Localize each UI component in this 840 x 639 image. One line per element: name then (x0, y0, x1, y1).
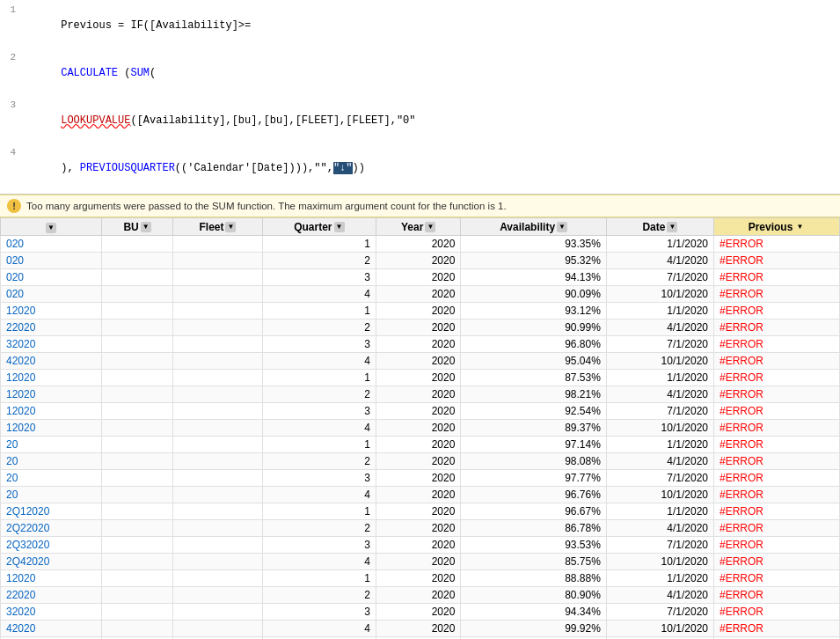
col-label-year: Year (401, 221, 423, 233)
cell-year: 2020 (376, 253, 461, 269)
col-header-quarter[interactable]: Quarter ▼ (262, 218, 376, 236)
cell-empty: 20 (1, 470, 102, 487)
cell-bu (101, 554, 173, 570)
cell-year: 2020 (376, 269, 461, 286)
filter-availability[interactable]: ▼ (557, 222, 567, 232)
cell-availability: 88.88% (461, 570, 606, 587)
cell-date: 10/1/2020 (606, 286, 713, 303)
filter-bu[interactable]: ▼ (141, 222, 151, 232)
cell-bu (101, 269, 173, 286)
filter-quarter[interactable]: ▼ (334, 222, 345, 232)
cell-bu (101, 621, 173, 637)
cell-date: 4/1/2020 (606, 253, 713, 269)
cell-availability: 90.99% (461, 320, 606, 336)
cell-empty: 020 (1, 236, 102, 253)
cell-fleet (173, 520, 262, 537)
cell-availability: 89.37% (461, 420, 606, 437)
cell-bu (101, 236, 173, 253)
table-row: 120201202093.12%1/1/2020#ERROR (1, 303, 840, 320)
cell-date: 1/1/2020 (606, 437, 713, 453)
cell-quarter: 1 (262, 437, 376, 453)
cell-date: 1/1/2020 (606, 370, 713, 386)
table-row: 120204202089.37%10/1/2020#ERROR (1, 420, 840, 437)
cell-bu (101, 320, 173, 336)
filter-fleet[interactable]: ▼ (225, 222, 236, 232)
cell-empty: 12020 (1, 370, 102, 386)
cell-quarter: 2 (262, 320, 376, 336)
cell-fleet (173, 604, 262, 621)
cell-empty: 12020 (1, 386, 102, 403)
code-editor[interactable]: 1 Previous = IF([Availability]>= 2 CALCU… (0, 0, 840, 195)
table-row: 420204202099.92%10/1/2020#ERROR (1, 621, 840, 637)
cell-date: 4/1/2020 (606, 320, 713, 336)
cell-empty: 22020 (1, 320, 102, 336)
col-header-bu[interactable]: BU ▼ (101, 218, 173, 236)
cell-date: 7/1/2020 (606, 470, 713, 487)
cell-bu (101, 386, 173, 403)
cell-year: 2020 (376, 470, 461, 487)
col-header-availability[interactable]: Availability ▼ (461, 218, 606, 236)
table-row: 2Q420204202085.75%10/1/2020#ERROR (1, 554, 840, 570)
cell-previous: #ERROR (713, 570, 839, 587)
cell-quarter: 4 (262, 286, 376, 303)
cell-previous: #ERROR (713, 453, 839, 470)
table-row: 203202097.77%7/1/2020#ERROR (1, 470, 840, 487)
cell-quarter: 2 (262, 520, 376, 537)
cell-quarter: 3 (262, 470, 376, 487)
cell-previous: #ERROR (713, 503, 839, 520)
cell-quarter: 4 (262, 621, 376, 637)
cell-date: 7/1/2020 (606, 604, 713, 621)
cell-bu (101, 370, 173, 386)
cell-previous: #ERROR (713, 236, 839, 253)
cell-availability: 96.80% (461, 336, 606, 353)
col-header-fleet[interactable]: Fleet ▼ (173, 218, 262, 236)
cell-previous: #ERROR (713, 336, 839, 353)
cell-bu (101, 570, 173, 587)
cell-availability: 97.77% (461, 470, 606, 487)
col-header-year[interactable]: Year ▼ (376, 218, 461, 236)
filter-date[interactable]: ▼ (667, 222, 677, 232)
cell-empty: 12020 (1, 403, 102, 420)
cell-previous: #ERROR (713, 403, 839, 420)
cell-empty: 32020 (1, 336, 102, 353)
cell-quarter: 4 (262, 554, 376, 570)
table-row: 320203202096.80%7/1/2020#ERROR (1, 336, 840, 353)
cell-fleet (173, 487, 262, 503)
col-label-bu: BU (123, 221, 138, 233)
cell-fleet (173, 403, 262, 420)
cell-availability: 93.53% (461, 537, 606, 554)
cell-year: 2020 (376, 503, 461, 520)
cell-previous: #ERROR (713, 554, 839, 570)
cell-empty: 20 (1, 437, 102, 453)
cell-year: 2020 (376, 487, 461, 503)
data-table: ▼ BU ▼ Fleet ▼ Quart (0, 217, 840, 639)
table-row: 204202096.76%10/1/2020#ERROR (1, 487, 840, 503)
cell-bu (101, 520, 173, 537)
code-content-2: CALCULATE (SUM( (23, 49, 156, 97)
cell-bu (101, 604, 173, 621)
col-header-date[interactable]: Date ▼ (606, 218, 713, 236)
cell-fleet (173, 537, 262, 554)
data-table-container[interactable]: ▼ BU ▼ Fleet ▼ Quart (0, 217, 840, 639)
table-row: 2Q320203202093.53%7/1/2020#ERROR (1, 537, 840, 554)
cell-quarter: 2 (262, 253, 376, 269)
code-content-3: LOOKUPVALUE([Availability],[bu],[bu],[FL… (23, 97, 416, 144)
col-header-previous[interactable]: Previous ▼ (713, 218, 839, 236)
cell-previous: #ERROR (713, 604, 839, 621)
cell-previous: #ERROR (713, 537, 839, 554)
cell-date: 4/1/2020 (606, 520, 713, 537)
cell-date: 7/1/2020 (606, 537, 713, 554)
table-row: 120201202087.53%1/1/2020#ERROR (1, 370, 840, 386)
filter-previous[interactable]: ▼ (794, 222, 805, 232)
cell-date: 4/1/2020 (606, 386, 713, 403)
cell-year: 2020 (376, 386, 461, 403)
cell-previous: #ERROR (713, 437, 839, 453)
filter-empty[interactable]: ▼ (46, 223, 56, 233)
cell-availability: 98.08% (461, 453, 606, 470)
cell-quarter: 2 (262, 587, 376, 604)
col-header-empty[interactable]: ▼ (1, 218, 102, 236)
col-label-quarter: Quarter (294, 221, 332, 233)
table-row: 120203202092.54%7/1/2020#ERROR (1, 403, 840, 420)
filter-year[interactable]: ▼ (425, 222, 435, 232)
line-number-2: 2 (4, 49, 16, 65)
